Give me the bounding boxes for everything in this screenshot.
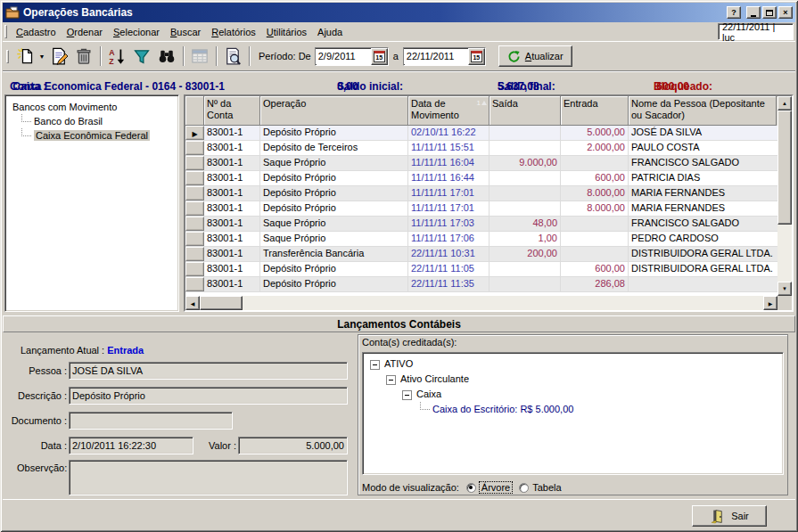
cell-data: 11/11/11 15:51 [408, 141, 489, 155]
menu-item-buscar[interactable]: Buscar [165, 24, 206, 40]
cell-operacao: Depósito Próprio [260, 171, 408, 185]
row-selector[interactable] [185, 277, 204, 291]
row-selector[interactable] [185, 201, 204, 216]
table-row[interactable]: 83001-1Saque Próprio11/11/11 17:061,00PE… [185, 232, 777, 247]
collapse-icon[interactable] [386, 375, 396, 385]
scrollbar-corner [777, 296, 792, 310]
edit-document-icon [50, 47, 68, 65]
scroll-down-icon[interactable]: ▼ [777, 282, 792, 296]
edit-record-button[interactable] [47, 45, 70, 68]
menu-item-ordenar[interactable]: Ordenar [62, 24, 108, 40]
maximize-button[interactable] [762, 6, 777, 19]
menubar-grip[interactable] [4, 25, 7, 38]
bank-tree-root[interactable]: Bancos com Movimento [7, 100, 177, 114]
new-record-button[interactable] [13, 45, 37, 68]
close-button[interactable]: × [778, 6, 793, 19]
table-row[interactable]: 83001-1Saque Próprio11/11/11 17:0348,00F… [185, 217, 777, 232]
row-selector[interactable] [185, 171, 204, 185]
scroll-up-icon[interactable]: ▲ [777, 96, 792, 110]
row-selector[interactable] [185, 217, 204, 231]
menu-item-cadastro[interactable]: Cadastro [11, 24, 62, 40]
descricao-field[interactable]: Depósito Próprio [69, 387, 348, 405]
sort-order-badge: 1 [477, 97, 487, 109]
refresh-icon [507, 50, 521, 63]
radio-tabela[interactable]: Tabela [519, 482, 561, 493]
sort-button[interactable]: A Z [105, 45, 128, 68]
grid-header-entrada[interactable]: Entrada [561, 96, 629, 126]
bank-tree-item-caixa-economica[interactable]: Caixa Econômica Federal [7, 128, 177, 143]
grid-header-conta[interactable]: Nº da Conta [204, 96, 260, 126]
menu-item-selecionar[interactable]: Selecionar [108, 24, 165, 40]
menu-item-relatorios[interactable]: Relatórios [206, 24, 261, 40]
observacao-field[interactable] [69, 460, 348, 495]
grid-header-data[interactable]: Data de Movimento1 [408, 96, 489, 126]
delete-record-button[interactable] [72, 45, 95, 68]
hscroll-thumb[interactable] [200, 296, 243, 310]
date-from-input[interactable] [316, 49, 371, 64]
bank-tree-item-banco-do-brasil[interactable]: Banco do Brasil [7, 114, 177, 128]
table-row[interactable]: 83001-1Saque Próprio11/11/11 16:049.000,… [185, 156, 777, 171]
table-row[interactable]: ▶83001-1Depósito Próprio02/10/11 16:225.… [185, 126, 777, 141]
row-selector[interactable] [185, 141, 204, 155]
row-selector[interactable] [185, 247, 204, 261]
tree-node-caixa[interactable]: Caixa [365, 387, 781, 402]
row-selector[interactable] [185, 156, 204, 170]
grid-header-nome[interactable]: Nome da Pessoa (Depositante ou Sacador) [629, 96, 777, 126]
toolbar: ▼ A Z [3, 42, 795, 71]
grid-view-button[interactable] [188, 45, 211, 68]
menu-item-ajuda[interactable]: Ajuda [312, 24, 348, 40]
cell-saida [489, 201, 561, 216]
table-row[interactable]: 83001-1Depósito Próprio22/11/11 11:35286… [185, 277, 777, 292]
cell-conta: 83001-1 [204, 201, 260, 216]
grid-header-operacao[interactable]: Operação [260, 96, 408, 126]
valor-field[interactable]: 5.000,00 [238, 437, 348, 454]
date-to-calendar-button[interactable]: 15 [468, 48, 485, 65]
scroll-right-icon[interactable]: ▶ [763, 296, 777, 310]
table-row[interactable]: 83001-1Depósito Próprio11/11/11 17:018.0… [185, 201, 777, 217]
date-to-input[interactable] [404, 49, 468, 64]
collapse-icon[interactable] [370, 360, 380, 370]
minimize-button[interactable] [746, 6, 761, 19]
tree-node-ativo[interactable]: ATIVO [365, 356, 781, 372]
horizontal-scrollbar[interactable]: ◀ ▶ [185, 296, 777, 310]
row-selector[interactable] [185, 186, 204, 201]
grid-header-saida[interactable]: Saída [489, 96, 561, 126]
cell-data: 11/11/11 17:01 [408, 201, 489, 216]
cell-operacao: Saque Próprio [260, 217, 408, 231]
report-preview-icon [224, 47, 242, 65]
new-record-dropdown[interactable]: ▼ [37, 45, 46, 68]
vscroll-thumb[interactable] [777, 110, 792, 225]
atualizar-button[interactable]: Atualizar [498, 45, 572, 67]
filter-button[interactable] [130, 45, 153, 68]
credit-accounts-panel: Conta(s) creditada(s): ATIVO Ativo Circu… [358, 334, 788, 495]
tree-leaf-caixa-escritorio[interactable]: Caixa do Escritório: R$ 5.000,00 [365, 402, 781, 417]
documento-field[interactable] [69, 412, 233, 430]
credit-panel-title: Conta(s) creditada(s): [362, 337, 457, 348]
cell-saida [489, 126, 561, 140]
cell-data: 11/11/11 16:44 [408, 171, 489, 185]
scroll-left-icon[interactable]: ◀ [185, 296, 200, 310]
collapse-icon[interactable] [402, 390, 412, 400]
radio-arvore[interactable]: Árvore [466, 482, 512, 493]
table-row[interactable]: 83001-1Depósito Próprio22/11/11 11:05600… [185, 262, 777, 277]
cell-entrada: 600,00 [561, 262, 629, 276]
date-from-calendar-button[interactable]: 15 [371, 48, 388, 65]
table-row[interactable]: 83001-1Depósito Próprio11/11/11 16:44600… [185, 171, 777, 186]
search-button[interactable] [155, 45, 178, 68]
tree-node-ativo-circulante[interactable]: Ativo Circulante [365, 372, 781, 387]
table-row[interactable]: 83001-1Depósito Próprio11/11/11 17:018.0… [185, 186, 777, 201]
menu-items: CadastroOrdenarSelecionarBuscarRelatório… [11, 27, 348, 37]
table-row[interactable]: 83001-1Transferência Bancária22/11/11 10… [185, 247, 777, 262]
vertical-scrollbar[interactable]: ▲ ▼ [777, 96, 792, 296]
menu-item-utilitarios[interactable]: Utilitários [261, 24, 312, 40]
row-selector[interactable]: ▶ [185, 126, 204, 140]
pessoa-field[interactable]: JOSÉ DA SILVA [69, 362, 348, 380]
cell-data: 22/11/11 11:05 [408, 262, 489, 276]
row-selector[interactable] [185, 262, 204, 276]
report-preview-button[interactable] [221, 45, 244, 68]
sair-button[interactable]: Sair [692, 505, 767, 527]
row-selector[interactable] [185, 232, 204, 246]
table-row[interactable]: 83001-1Depósito de Terceiros11/11/11 15:… [185, 141, 777, 156]
toolbar-grip[interactable] [6, 50, 9, 63]
help-button[interactable]: ? [727, 6, 741, 19]
